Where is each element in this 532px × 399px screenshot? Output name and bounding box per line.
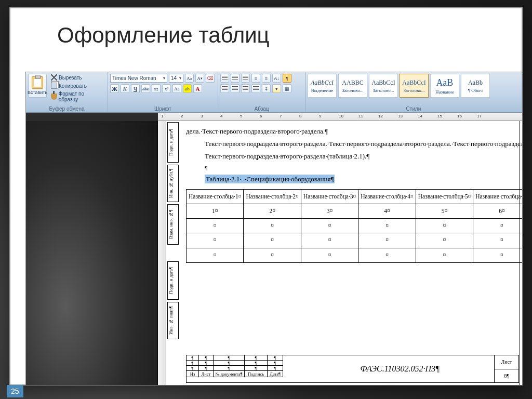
strike-button[interactable]: abc — [141, 84, 150, 93]
style-heading1[interactable]: AABBCЗаголово... — [338, 74, 367, 98]
font-name-combo[interactable]: Times New Roman — [110, 74, 167, 83]
slide-frame: Оформление таблиц Вставить Вырезать Копи… — [9, 7, 523, 385]
col-header[interactable]: Название·столбца·3¤ — [301, 189, 358, 204]
group-label-font: Шрифт — [110, 105, 216, 112]
copy-icon — [51, 83, 57, 89]
ribbon: Вставить Вырезать Копировать Формат по о… — [26, 72, 522, 113]
titleblock-left: ¶¶¶¶¶ ¶¶¶¶¶ ¶¶¶¶¶ ИзЛист№ документа¶Подп… — [187, 355, 306, 382]
group-font: Times New Roman 14 A▴ A▾ ⌫ Ж К Ч abc x₂ … — [108, 72, 218, 112]
vertical-ruler[interactable] — [158, 121, 166, 385]
workspace: Подп. и дата¶ Инв. № дубл.¶ Взам. инв. №… — [26, 121, 522, 385]
slide-title: Оформление таблиц — [10, 8, 522, 57]
style-emphasis[interactable]: AaBbCcIВыделение — [308, 74, 337, 98]
multilevel-button[interactable] — [241, 74, 250, 83]
titleblock-code: ФАЭС.110302.052·ПЗ¶ — [306, 355, 495, 382]
highlight-button[interactable]: ab — [183, 84, 192, 93]
table-row: ¤¤¤¤¤¤¤ — [187, 219, 523, 233]
titleblock-sheet: Лист 8¶ — [495, 355, 518, 382]
font-color-button[interactable]: A — [193, 84, 202, 93]
scissors-icon — [51, 74, 57, 81]
align-center-button[interactable] — [231, 84, 240, 93]
italic-button[interactable]: К — [121, 84, 129, 93]
cut-button[interactable]: Вырезать — [49, 74, 105, 81]
indent-inc-button[interactable]: ≡ — [262, 74, 271, 83]
group-styles: AaBbCcIВыделение AABBCЗаголово... AaBbCc… — [305, 72, 522, 112]
table-header-row: Название·столбца·1¤ Название·столбца·2¤ … — [187, 189, 523, 204]
clear-format-button[interactable]: ⌫ — [206, 74, 215, 83]
navigation-pane — [26, 121, 158, 385]
stamp-inv-dubl: Инв. № дубл.¶ — [167, 165, 179, 202]
table-row: 1¤2¤3¤4¤5¤6¤¤ — [187, 204, 523, 218]
pilcrow-button[interactable]: ¶ — [283, 74, 291, 83]
text-paragraph: Текст·первого·подраздела·второго·раздела… — [186, 138, 518, 150]
numbering-button[interactable] — [231, 74, 240, 83]
paste-button[interactable]: Вставить — [28, 74, 47, 98]
group-label-styles: Стили — [308, 105, 520, 112]
group-clipboard: Вставить Вырезать Копировать Формат по о… — [26, 72, 108, 112]
table-row: ¤¤¤¤¤¤¤ — [187, 233, 523, 248]
paste-label: Вставить — [28, 90, 47, 95]
col-header[interactable]: Название·столбца·4¤ — [358, 189, 416, 204]
shading-button[interactable]: ▾ — [272, 84, 281, 93]
style-normal[interactable]: AaBb¶ Обыч — [461, 74, 490, 98]
copy-button[interactable]: Копировать — [49, 82, 105, 89]
col-header[interactable]: Название·столбца·1¤ — [187, 189, 244, 204]
shrink-font-button[interactable]: A▾ — [195, 74, 204, 83]
brush-icon — [51, 94, 57, 100]
superscript-button[interactable]: x² — [162, 84, 171, 93]
table-row: ¤¤¤¤¤¤¤ — [187, 248, 523, 262]
empty-para: ¶ — [186, 163, 518, 173]
justify-button[interactable] — [251, 84, 260, 93]
stamp-vzam-inv: Взам. инв. №¶ — [167, 204, 179, 245]
line-spacing-button[interactable]: ‡ — [262, 84, 271, 93]
horizontal-ruler[interactable]: 1234567891011121314151617 — [158, 113, 522, 121]
group-paragraph: ≡ ≡ A↓ ¶ ‡ ▾ ▦ Абзац — [218, 72, 305, 112]
subscript-button[interactable]: x₂ — [152, 84, 161, 93]
table-caption: Таблица·2.1·–·Спецификация·оборудования¶ — [205, 175, 335, 183]
bold-button[interactable]: Ж — [110, 84, 119, 93]
clipboard-icon — [32, 76, 43, 89]
sort-button[interactable]: A↓ — [272, 74, 281, 83]
underline-button[interactable]: Ч — [131, 84, 140, 93]
document-page[interactable]: Подп. и дата¶ Инв. № дубл.¶ Взам. инв. №… — [166, 121, 522, 385]
document-body: дела.·Текст·первого·подраздела·второго·р… — [186, 121, 518, 263]
bullets-button[interactable] — [220, 74, 229, 83]
style-heading2[interactable]: AaBbCcIЗаголово... — [369, 74, 398, 98]
format-painter-button[interactable]: Формат по образцу — [49, 90, 105, 103]
align-right-button[interactable] — [241, 84, 250, 93]
gost-title-block: ¶¶¶¶¶ ¶¶¶¶¶ ¶¶¶¶¶ ИзЛист№ документа¶Подп… — [186, 355, 519, 383]
text-paragraph: Текст·первого·подраздела·второго·раздела… — [186, 150, 518, 163]
styles-gallery[interactable]: AaBbCcIВыделение AABBCЗаголово... AaBbCc… — [308, 74, 520, 98]
stamp-inv-podp: Инв. № подп¶ — [167, 302, 179, 339]
slide-number: 25 — [7, 385, 23, 397]
group-label-clipboard: Буфер обмена — [28, 105, 105, 112]
group-label-para: Абзац — [220, 105, 303, 112]
align-left-button[interactable] — [220, 84, 229, 93]
word-screenshot: Вставить Вырезать Копировать Формат по о… — [25, 72, 523, 385]
grow-font-button[interactable]: A▴ — [185, 74, 194, 83]
col-header[interactable]: Название·столбца·2¤ — [244, 189, 301, 204]
style-title[interactable]: АаВНазвание — [430, 74, 459, 98]
stamp-sign-date-1: Подп. и дата¶ — [167, 122, 179, 163]
borders-button[interactable]: ▦ — [283, 84, 291, 93]
gost-stamp-column: Подп. и дата¶ Инв. № дубл.¶ Взам. инв. №… — [167, 121, 181, 385]
change-case-button[interactable]: Aa — [172, 84, 181, 93]
text-line: дела.·Текст·первого·подраздела·второго·р… — [186, 125, 518, 138]
specification-table[interactable]: Название·столбца·1¤ Название·столбца·2¤ … — [186, 189, 522, 263]
style-heading3[interactable]: AaBbCcIЗаголово... — [400, 74, 429, 98]
indent-dec-button[interactable]: ≡ — [251, 74, 260, 83]
col-header[interactable]: Название·столбца·5¤ — [416, 189, 473, 204]
col-header[interactable]: Название·столбца·6¤ — [473, 189, 522, 204]
font-size-combo[interactable]: 14 — [169, 74, 183, 83]
stamp-sign-date-2: Подп. и дата¶ — [167, 261, 179, 300]
